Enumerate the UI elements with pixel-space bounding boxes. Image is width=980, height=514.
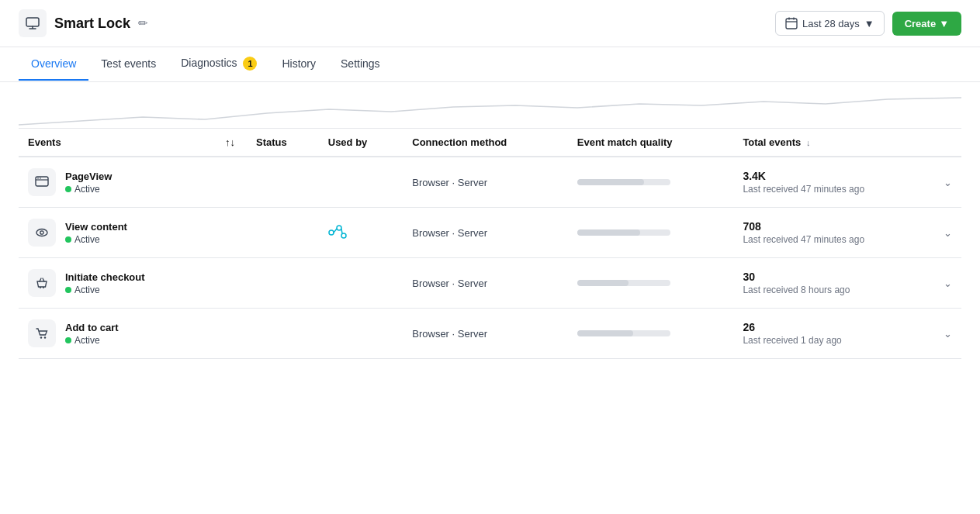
create-button[interactable]: Create ▼ [892, 12, 961, 36]
svg-point-13 [44, 336, 46, 338]
total-num-pageview: 3.4K [743, 170, 864, 182]
status-cell-add-to-cart [247, 309, 319, 359]
event-status-add-to-cart: Active [65, 335, 119, 346]
expand-row-view-content[interactable]: ⌄ [944, 227, 952, 239]
svg-point-10 [40, 287, 41, 288]
col-connection-method: Connection method [403, 129, 568, 157]
quality-fill-initiate-checkout [577, 280, 629, 286]
event-info-pageview: PageView Active [65, 171, 112, 195]
date-range-button[interactable]: Last 28 days ▼ [775, 11, 885, 36]
sort-cell-add-to-cart [216, 309, 247, 359]
event-name-view-content: View content [65, 221, 127, 233]
event-cell-add-to-cart: Add to cart Active [19, 309, 216, 359]
tab-test-events[interactable]: Test events [88, 48, 168, 81]
col-event-match-quality: Event match quality [568, 129, 734, 157]
edit-icon[interactable]: ✏ [138, 16, 148, 30]
table-header-row: Events ↑↓ Status Used by Connection meth… [19, 129, 961, 157]
page-header: Smart Lock ✏ Last 28 days ▼ Create ▼ [0, 0, 980, 47]
header-right: Last 28 days ▼ Create ▼ [775, 11, 961, 36]
events-table: Events ↑↓ Status Used by Connection meth… [19, 129, 961, 359]
nav-tabs: Overview Test events Diagnostics 1 Histo… [0, 47, 980, 82]
used-by-cell-initiate-checkout [319, 258, 403, 309]
last-received-initiate-checkout: Last received 8 hours ago [743, 285, 850, 295]
last-received-view-content: Last received 47 minutes ago [743, 234, 864, 245]
event-status-pageview: Active [65, 184, 112, 195]
svg-point-12 [40, 336, 42, 338]
col-events: Events [19, 129, 216, 157]
event-icon-pageview [28, 168, 56, 196]
table-row: View content Active Browser · Server [19, 208, 961, 258]
svg-point-6 [40, 231, 43, 234]
col-total-events: Total events ↓ [733, 129, 961, 157]
col-sort[interactable]: ↑↓ [216, 129, 247, 157]
table-row: PageView Active Browser · Server 3.4K [19, 157, 961, 208]
event-cell-initiate-checkout: Initiate checkout Active [19, 258, 216, 309]
connection-cell-view-content: Browser · Server [403, 208, 568, 258]
event-info-add-to-cart: Add to cart Active [65, 322, 119, 346]
calendar-icon [785, 17, 798, 29]
quality-cell-view-content [568, 208, 734, 258]
status-cell-initiate-checkout [247, 258, 319, 309]
status-dot-view-content [65, 236, 71, 243]
diagnostics-badge: 1 [243, 57, 257, 71]
header-left: Smart Lock ✏ [19, 9, 148, 37]
event-name-pageview: PageView [65, 171, 112, 182]
svg-point-4 [40, 178, 41, 179]
used-by-cell-add-to-cart [319, 309, 403, 359]
quality-bar-pageview [577, 179, 670, 185]
quality-cell-add-to-cart [568, 309, 734, 359]
total-num-initiate-checkout: 30 [743, 271, 850, 283]
svg-point-5 [36, 229, 47, 236]
event-info-initiate-checkout: Initiate checkout Active [65, 271, 145, 295]
event-icon-view-content [28, 219, 56, 247]
event-name-initiate-checkout: Initiate checkout [65, 271, 145, 283]
quality-cell-pageview [568, 157, 734, 208]
svg-point-11 [43, 287, 44, 288]
total-cell-add-to-cart: 26 Last received 1 day ago ⌄ [733, 309, 961, 359]
status-dot-initiate-checkout [65, 287, 71, 293]
svg-point-9 [341, 233, 346, 238]
event-status-initiate-checkout: Active [65, 285, 145, 295]
total-cell-pageview: 3.4K Last received 47 minutes ago ⌄ [733, 157, 961, 208]
svg-rect-0 [26, 18, 39, 26]
tab-overview[interactable]: Overview [19, 48, 88, 81]
event-icon-initiate-checkout [28, 269, 56, 297]
connection-cell-add-to-cart: Browser · Server [403, 309, 568, 359]
chart-area [19, 82, 961, 129]
expand-row-pageview[interactable]: ⌄ [944, 177, 952, 188]
quality-fill-view-content [577, 229, 641, 236]
quality-bar-initiate-checkout [577, 280, 670, 286]
event-cell-pageview: PageView Active [19, 157, 216, 208]
sort-cell-pageview [216, 157, 247, 208]
total-cell-initiate-checkout: 30 Last received 8 hours ago ⌄ [733, 258, 961, 309]
expand-row-add-to-cart[interactable]: ⌄ [944, 328, 952, 340]
svg-point-7 [329, 230, 334, 235]
status-dot-pageview [65, 186, 71, 192]
tab-history[interactable]: History [269, 48, 328, 81]
used-by-cell-view-content [319, 208, 403, 258]
quality-bar-add-to-cart [577, 330, 670, 336]
expand-row-initiate-checkout[interactable]: ⌄ [944, 278, 952, 289]
connection-cell-pageview: Browser · Server [403, 157, 568, 208]
total-sort-icon: ↓ [806, 138, 811, 147]
monitor-icon [25, 16, 40, 31]
event-name-add-to-cart: Add to cart [65, 322, 119, 333]
used-by-cell-pageview [319, 157, 403, 208]
col-used-by: Used by [319, 129, 403, 157]
total-num-view-content: 708 [743, 220, 864, 233]
event-icon-add-to-cart [28, 319, 56, 347]
connection-cell-initiate-checkout: Browser · Server [403, 258, 568, 309]
col-status: Status [247, 129, 319, 157]
sort-cell-view-content [216, 208, 247, 258]
tab-diagnostics[interactable]: Diagnostics 1 [168, 47, 269, 81]
table-container: Events ↑↓ Status Used by Connection meth… [0, 82, 980, 359]
dropdown-arrow-icon: ▼ [864, 18, 874, 29]
svg-point-3 [37, 178, 39, 179]
status-cell-view-content [247, 208, 319, 258]
tab-settings[interactable]: Settings [328, 48, 393, 81]
app-icon-box [19, 9, 47, 37]
event-cell-view-content: View content Active [19, 208, 216, 258]
chart-svg [19, 82, 961, 129]
last-received-add-to-cart: Last received 1 day ago [743, 335, 841, 346]
quality-bar-view-content [577, 229, 670, 236]
